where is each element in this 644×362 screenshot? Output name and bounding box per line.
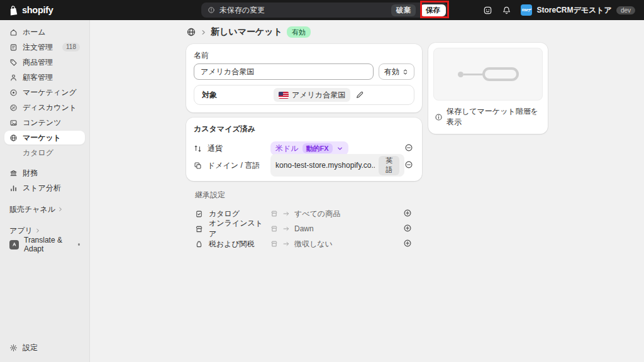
- home-icon: [9, 28, 18, 36]
- storefront-mini-icon: [270, 210, 278, 217]
- shopify-wordmark: shopify: [22, 5, 53, 15]
- status-badge: 有効: [287, 26, 311, 38]
- language-badge: 英語: [379, 156, 399, 175]
- bank-icon: [9, 169, 18, 177]
- sidebar-item-home[interactable]: ホーム: [4, 25, 85, 39]
- catalog-value: すべての商品: [294, 209, 340, 219]
- catalog-icon: [195, 210, 203, 218]
- skeleton-connector-line: [464, 74, 482, 75]
- plus-circle-icon: [403, 224, 412, 233]
- orders-icon: [9, 43, 18, 52]
- target-row: 対象 アメリカ合衆国: [194, 85, 414, 105]
- market-name-input[interactable]: [194, 63, 374, 80]
- save-button[interactable]: 保存: [420, 4, 446, 16]
- unsaved-changes-message: 未保存の変更: [219, 5, 265, 16]
- content-icon: [9, 119, 18, 127]
- sidebar-item-content[interactable]: コンテンツ: [4, 116, 85, 129]
- sidebar-item-marketing[interactable]: マーケティング: [4, 85, 85, 99]
- online-store-row: オンラインストア Dawn: [195, 221, 413, 236]
- minus-circle-icon: [404, 160, 413, 169]
- store-name: StoreCRMデモストア: [536, 5, 611, 16]
- sidekick-assistant-button[interactable]: [479, 3, 496, 18]
- topbar-right: RMデ StoreCRMデモストア dev: [479, 0, 639, 20]
- hierarchy-caption-text: 保存してマーケット階層を表示: [447, 106, 541, 128]
- orders-count-badge: 118: [62, 43, 80, 52]
- domain-value-pill[interactable]: kono-test-store.myshopify.co... 英語: [270, 154, 404, 177]
- hierarchy-placeholder: [433, 48, 543, 101]
- skeleton-node-rect: [482, 67, 519, 81]
- sidebar-item-translate-adapt[interactable]: Translate & Adapt: [4, 238, 85, 251]
- page-title: 新しいマーケット: [211, 26, 282, 38]
- currency-exchange-icon: [194, 145, 202, 153]
- sidebar-item-label: マーケティング: [23, 87, 77, 98]
- currency-value: 米ドル: [275, 143, 299, 154]
- sidekick-icon: [483, 6, 492, 15]
- inherited-title: 継承設定: [195, 190, 413, 200]
- sidebar-item-catalogs[interactable]: カタログ: [4, 146, 85, 160]
- add-tax-button[interactable]: [403, 239, 413, 249]
- target-country-pill[interactable]: アメリカ合衆国: [274, 88, 350, 102]
- section-label: 販売チャネル: [9, 204, 55, 215]
- sidebar-item-markets[interactable]: マーケット: [4, 131, 85, 145]
- shopify-logo[interactable]: shopify: [8, 0, 53, 20]
- sidebar-item-products[interactable]: 商品管理: [4, 55, 85, 69]
- discard-button[interactable]: 破棄: [391, 4, 416, 16]
- globe-icon: [9, 134, 18, 142]
- remove-domain-button[interactable]: [404, 160, 414, 170]
- plus-circle-icon: [403, 239, 412, 248]
- currency-label: 通貨: [208, 143, 223, 154]
- remove-currency-button[interactable]: [404, 143, 414, 153]
- market-status-select[interactable]: 有効: [379, 63, 414, 80]
- sidebar-item-analytics[interactable]: ストア分析: [4, 181, 85, 195]
- unsaved-changes-bar: 未保存の変更 破棄 保存: [201, 3, 448, 18]
- catalog-label: カタログ: [209, 209, 240, 219]
- sidebar-item-label: Translate & Adapt: [24, 236, 73, 253]
- translate-adapt-app-icon: [9, 240, 19, 250]
- name-field-label: 名前: [194, 50, 414, 61]
- target-label: 対象: [202, 90, 274, 101]
- breadcrumb-chevron-icon: [201, 30, 206, 35]
- page-header: 新しいマーケット 有効: [186, 25, 422, 39]
- tax-value: 徴収しない: [294, 239, 333, 250]
- storefront-mini-icon: [270, 240, 278, 248]
- tax-duties-row: 税および関税 徴収しない: [195, 236, 413, 251]
- sidebar-item-settings[interactable]: 設定: [4, 341, 85, 354]
- target-country-name: アメリカ合衆国: [292, 90, 345, 101]
- sidebar-item-label: カタログ: [23, 148, 53, 158]
- pencil-icon: [355, 90, 364, 99]
- sidebar-item-label: コンテンツ: [23, 118, 61, 128]
- main-content: 新しいマーケット 有効 名前 有効 対象 アメリカ合衆国: [90, 20, 644, 362]
- markets-breadcrumb-icon[interactable]: [186, 27, 196, 37]
- edit-target-button[interactable]: [355, 90, 365, 100]
- sidebar-item-label: マーケット: [23, 133, 61, 143]
- chevron-down-icon: [336, 145, 343, 152]
- gear-icon: [9, 344, 18, 352]
- online-store-value: Dawn: [294, 224, 314, 233]
- sidebar-section-sales-channels[interactable]: 販売チャネル: [4, 202, 85, 216]
- status-select-value: 有効: [384, 67, 399, 77]
- customized-card: カスタマイズ済み 通貨 米ドル 動的FX ドメイン / 言語: [186, 118, 422, 181]
- inherited-settings: 継承設定 カタログ すべての商品 オンラインストア: [186, 190, 422, 251]
- sidebar-item-label: ホーム: [23, 27, 46, 38]
- notifications-button[interactable]: [498, 3, 514, 18]
- discount-icon: [9, 104, 18, 112]
- storefront-icon: [195, 225, 203, 233]
- sidebar-item-orders[interactable]: 注文管理 118: [4, 40, 85, 54]
- add-catalog-button[interactable]: [403, 209, 413, 219]
- tax-label: 税および関税: [209, 239, 255, 250]
- store-menu[interactable]: RMデ StoreCRMデモストア dev: [517, 2, 639, 18]
- sidebar-item-finance[interactable]: 財務: [4, 166, 85, 180]
- online-store-label: オンラインストア: [209, 218, 270, 239]
- sidebar-item-label: ディスカウント: [23, 102, 77, 113]
- sidebar-item-discounts[interactable]: ディスカウント: [4, 101, 85, 114]
- add-online-store-button[interactable]: [403, 224, 413, 234]
- plus-circle-icon: [403, 209, 412, 217]
- sidebar-item-label: 設定: [23, 343, 38, 353]
- sidebar-item-customers[interactable]: 顧客管理: [4, 70, 85, 84]
- sidebar-item-label: 顧客管理: [23, 72, 53, 83]
- app-status-dot: [78, 243, 80, 246]
- currency-value-pill[interactable]: 米ドル 動的FX: [270, 141, 348, 155]
- alert-circle-icon: [208, 6, 215, 14]
- sidebar-item-label: 財務: [23, 168, 38, 178]
- market-hierarchy-card: 保存してマーケット階層を表示: [428, 43, 548, 134]
